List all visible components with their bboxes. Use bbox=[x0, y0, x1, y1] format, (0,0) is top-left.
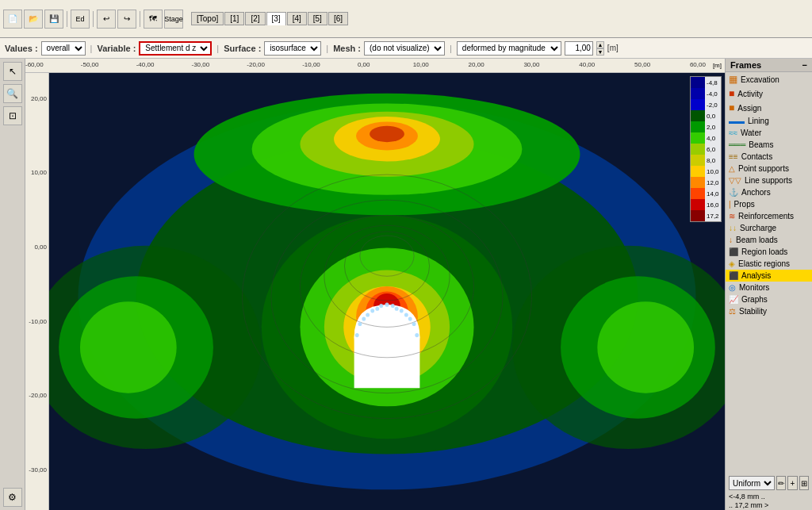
ruler-h-tick-12: 60,00 bbox=[690, 61, 706, 68]
stage-1[interactable]: [1] bbox=[224, 12, 244, 25]
zoom-tool[interactable]: 🔍 bbox=[3, 84, 22, 103]
surface-select[interactable]: isosurface bbox=[264, 41, 321, 56]
activity-icon: ■ bbox=[729, 88, 734, 99]
deform-down[interactable]: ▼ bbox=[596, 48, 604, 56]
open-button[interactable]: 📂 bbox=[24, 10, 43, 29]
frame-reinforcements-label: Reinforcements bbox=[738, 212, 794, 220]
ruler-v-tick-1: 10,00 bbox=[31, 169, 47, 176]
frame-point-supports[interactable]: △ Point supports bbox=[726, 163, 812, 174]
deform-up[interactable]: ▲ bbox=[596, 41, 604, 48]
ruler-h-tick-4: -20,00 bbox=[247, 61, 265, 68]
edit-button[interactable]: Ed bbox=[71, 10, 90, 29]
assign-icon: ■ bbox=[729, 102, 734, 113]
stage-3[interactable]: [3] bbox=[266, 12, 286, 25]
monitors-icon: ◎ bbox=[729, 283, 736, 292]
colormap-legend: -4,8 -4,0 -2,0 0,0 bbox=[690, 76, 722, 222]
ruler-v-tick-3: -10,00 bbox=[29, 318, 47, 325]
range-max: .. 17,2 mm > bbox=[726, 501, 812, 510]
stage-6[interactable]: [6] bbox=[328, 12, 348, 25]
frame-excavation[interactable]: ▦ Excavation bbox=[726, 72, 812, 86]
svg-point-35 bbox=[395, 307, 399, 311]
frame-lining-label: Lining bbox=[748, 117, 769, 125]
values-select[interactable]: overall bbox=[41, 41, 86, 56]
stage-2[interactable]: [2] bbox=[245, 12, 265, 25]
elastic-regions-icon: ◈ bbox=[729, 259, 735, 268]
water-icon: ≈≈ bbox=[729, 128, 737, 137]
cmap-color-6 bbox=[691, 144, 705, 155]
frame-analysis[interactable]: ⬛ Analysis bbox=[726, 270, 812, 282]
ruler-h-tick-0: -60,00 bbox=[25, 61, 44, 68]
plus-tool[interactable]: + bbox=[787, 476, 797, 490]
frame-assign[interactable]: ■ Assign bbox=[726, 101, 812, 115]
frame-lining[interactable]: ▬▬ Lining bbox=[726, 115, 812, 127]
frame-elastic-regions[interactable]: ◈ Elastic regions bbox=[726, 258, 812, 270]
ruler-h-tick-5: -10,00 bbox=[302, 61, 320, 68]
variable-label: Variable : bbox=[97, 44, 136, 53]
frame-stability-label: Stability bbox=[739, 307, 767, 316]
ruler-v-tick-5: -30,00 bbox=[29, 466, 47, 474]
mesh-select[interactable]: (do not visualize) bbox=[364, 41, 445, 56]
frame-props-label: Props bbox=[734, 200, 755, 209]
frame-activity[interactable]: ■ Activity bbox=[726, 86, 812, 101]
stage-topo[interactable]: [Topo] bbox=[191, 12, 224, 25]
frame-graphs[interactable]: 📈 Graphs bbox=[726, 293, 812, 305]
frame-monitors[interactable]: ◎ Monitors bbox=[726, 282, 812, 293]
frame-assign-label: Assign bbox=[737, 104, 761, 113]
frame-beams[interactable]: ═══ Beams bbox=[726, 139, 812, 151]
stage-5[interactable]: [5] bbox=[308, 12, 327, 25]
frame-line-supports[interactable]: ▽▽ Line supports bbox=[726, 174, 812, 186]
frame-beam-loads[interactable]: ↓ Beam loads bbox=[726, 234, 812, 246]
frame-anchors[interactable]: ⚓ Anchors bbox=[726, 186, 812, 198]
frame-props[interactable]: | Props bbox=[726, 198, 812, 210]
view-button[interactable]: 🗺 bbox=[144, 10, 163, 29]
stability-icon: ⚖ bbox=[729, 307, 736, 316]
new-button[interactable]: 📄 bbox=[3, 10, 22, 29]
frame-beam-loads-label: Beam loads bbox=[736, 236, 778, 244]
cmap-color-12 bbox=[691, 210, 705, 221]
surcharge-icon: ↓↓ bbox=[729, 224, 737, 232]
cmap-color-5 bbox=[691, 132, 705, 144]
copy-tool[interactable]: ⊞ bbox=[799, 476, 809, 490]
uniform-select[interactable]: Uniform bbox=[729, 476, 775, 490]
viewport-main: 20,0010,000,00-10,00-20,00-30,00 bbox=[25, 73, 725, 510]
frame-stability[interactable]: ⚖ Stability bbox=[726, 305, 812, 317]
redo-button[interactable]: ↪ bbox=[117, 10, 136, 29]
svg-point-31 bbox=[375, 307, 379, 311]
cmap-label-10: 14,0 bbox=[705, 190, 719, 197]
ruler-h-unit: [m] bbox=[713, 62, 722, 69]
deform-value[interactable] bbox=[565, 41, 593, 56]
settings-tool[interactable]: ⚙ bbox=[3, 488, 22, 507]
beams-icon: ═══ bbox=[729, 140, 745, 149]
ruler-v-tick-0: 20,00 bbox=[31, 95, 47, 102]
frame-surcharge[interactable]: ↓↓ Surcharge bbox=[726, 222, 812, 234]
main-area: ↖ 🔍 ⊡ ⚙ [m] -60,00-50,00-40,00-30,00-20,… bbox=[0, 59, 812, 510]
stage-button[interactable]: Stage bbox=[164, 10, 183, 29]
stage-4[interactable]: [4] bbox=[287, 12, 307, 25]
ruler-h-tick-2: -40,00 bbox=[136, 61, 155, 68]
measure-tool[interactable]: ⊡ bbox=[3, 106, 22, 125]
pointer-tool[interactable]: ↖ bbox=[3, 62, 22, 81]
undo-button[interactable]: ↩ bbox=[97, 10, 116, 29]
frame-point-supports-label: Point supports bbox=[738, 164, 789, 173]
cmap-label-7: 8,0 bbox=[705, 157, 715, 164]
frame-water[interactable]: ≈≈ Water bbox=[726, 127, 812, 139]
canvas-area[interactable]: -4,8 -4,0 -2,0 0,0 bbox=[49, 73, 725, 510]
cmap-label-12: 17,2 bbox=[705, 213, 719, 220]
pencil-tool[interactable]: ✏ bbox=[776, 476, 786, 490]
contour-visualization bbox=[49, 73, 725, 510]
ruler-h-tick-1: -50,00 bbox=[81, 61, 99, 68]
viewport-wrapper: [m] -60,00-50,00-40,00-30,00-20,00-10,00… bbox=[25, 59, 725, 510]
save-button[interactable]: 💾 bbox=[44, 10, 63, 29]
frames-collapse[interactable]: − bbox=[802, 60, 807, 70]
frame-contacts[interactable]: ≡≡ Contacts bbox=[726, 151, 812, 163]
line-supports-icon: ▽▽ bbox=[729, 176, 741, 185]
beam-loads-icon: ↓ bbox=[729, 236, 733, 244]
cmap-label-1: -4,0 bbox=[705, 90, 718, 98]
frame-region-loads[interactable]: ⬛ Region loads bbox=[726, 246, 812, 258]
frame-reinforcements[interactable]: ≋ Reinforcements bbox=[726, 210, 812, 222]
frames-list: ▦ Excavation ■ Activity ■ Assign ▬▬ Lini… bbox=[726, 72, 812, 474]
deform-select[interactable]: deformed by magnitude bbox=[457, 41, 561, 56]
analysis-icon: ⬛ bbox=[729, 271, 738, 280]
sep1 bbox=[67, 11, 67, 27]
variable-select[interactable]: Settlement d z bbox=[139, 41, 212, 56]
